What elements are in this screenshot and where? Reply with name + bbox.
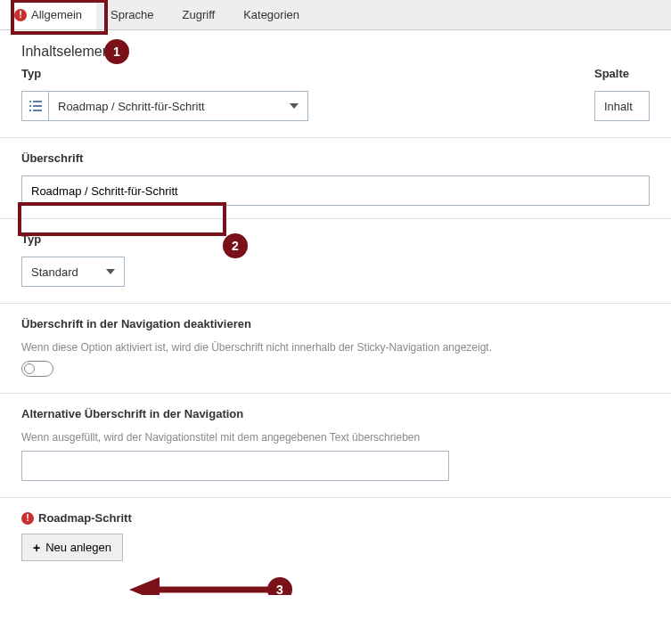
nav-alt-label: Alternative Überschrift in der Navigatio… xyxy=(21,407,650,420)
roadmap-step-label: Roadmap-Schritt xyxy=(38,511,132,525)
colpos-select[interactable]: Inhalt xyxy=(594,91,650,121)
add-step-label: Neu anlegen xyxy=(45,541,111,554)
section-title: Inhaltselement xyxy=(21,44,650,60)
nav-disable-toggle[interactable] xyxy=(21,361,53,377)
chevron-down-icon xyxy=(290,103,299,109)
tab-categories[interactable]: Kategorien xyxy=(229,0,314,29)
list-icon xyxy=(22,92,49,120)
headline-label: Überschrift xyxy=(21,151,650,165)
toggle-knob xyxy=(24,363,35,374)
headline-type-label: Typ xyxy=(21,232,650,246)
colpos-label: Spalte xyxy=(594,67,650,80)
tab-general[interactable]: Allgemein xyxy=(0,0,96,29)
tab-label: Sprache xyxy=(110,8,153,21)
add-step-button[interactable]: + Neu anlegen xyxy=(21,534,123,561)
nav-disable-label: Überschrift in der Navigation deaktivier… xyxy=(21,317,650,330)
required-icon xyxy=(14,9,27,21)
tab-label: Zugriff xyxy=(183,8,216,21)
required-icon xyxy=(21,512,34,525)
headline-type-select[interactable]: Standard xyxy=(21,257,125,287)
ctype-value: Roadmap / Schritt-für-Schritt xyxy=(58,100,205,113)
nav-disable-help: Wenn diese Option aktiviert ist, wird di… xyxy=(21,341,650,354)
colpos-value: Inhalt xyxy=(604,100,633,113)
tab-bar: Allgemein Sprache Zugriff Kategorien xyxy=(0,0,671,30)
ctype-select[interactable]: Roadmap / Schritt-für-Schritt xyxy=(21,91,308,121)
tab-language[interactable]: Sprache xyxy=(96,0,168,29)
tab-label: Allgemein xyxy=(31,8,82,21)
tab-label: Kategorien xyxy=(243,8,299,21)
ctype-label: Typ xyxy=(21,67,559,80)
tab-access[interactable]: Zugriff xyxy=(168,0,230,29)
nav-alt-input[interactable] xyxy=(21,451,449,481)
plus-icon: + xyxy=(33,542,40,554)
headline-type-value: Standard xyxy=(31,265,78,279)
headline-input[interactable] xyxy=(21,175,650,206)
nav-alt-help: Wenn ausgefüllt, wird der Navigationstit… xyxy=(21,431,650,444)
chevron-down-icon xyxy=(106,269,115,274)
